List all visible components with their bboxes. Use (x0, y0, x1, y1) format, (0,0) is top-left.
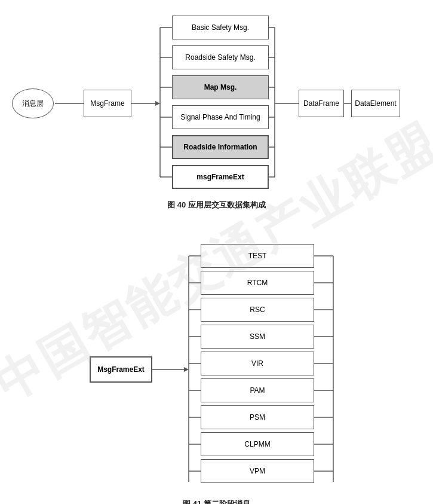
msgframeext-label-node: MsgFrameExt (90, 356, 152, 383)
item-ssm: SSM (201, 325, 314, 349)
fig40-diagram: 消息层 MsgFrame Basic Safety Msg. Roadside … (6, 11, 427, 196)
basic-safety-node: Basic Safety Msg. (172, 16, 269, 39)
fig41-diagram: MsgFrameExt TEST RTCM RSC SSM VIR PAM PS… (6, 238, 427, 495)
item-pam: PAM (201, 378, 314, 402)
msgframeext-node-top: msgFrameExt (172, 165, 269, 189)
dataelement-node: DataElement (351, 90, 400, 117)
roadside-info-node: Roadside Information (172, 135, 269, 159)
figure-40-section: 消息层 MsgFrame Basic Safety Msg. Roadside … (0, 0, 433, 227)
figure-41-section: MsgFrameExt TEST RTCM RSC SSM VIR PAM PS… (0, 227, 433, 504)
item-clpmm: CLPMM (201, 432, 314, 456)
item-vpm: VPM (201, 459, 314, 483)
svg-marker-23 (184, 367, 189, 372)
fig40-caption: 图 40 应用层交互数据集构成 (6, 200, 427, 210)
fig41-caption: 图 41 第二阶段消息 (6, 499, 427, 504)
map-msg-node: Map Msg. (172, 75, 269, 99)
item-psm: PSM (201, 405, 314, 429)
item-rsc: RSC (201, 298, 314, 322)
item-rtcm: RTCM (201, 271, 314, 295)
message-layer-node: 消息层 (12, 88, 54, 118)
item-vir: VIR (201, 352, 314, 375)
dataframe-node: DataFrame (299, 90, 344, 117)
signal-phase-node: Signal Phase And Timing (172, 105, 269, 129)
item-test: TEST (201, 244, 314, 268)
svg-marker-3 (155, 101, 160, 106)
msgframe-node: MsgFrame (84, 90, 131, 117)
roadside-safety-node: Roadside Safety Msg. (172, 45, 269, 69)
